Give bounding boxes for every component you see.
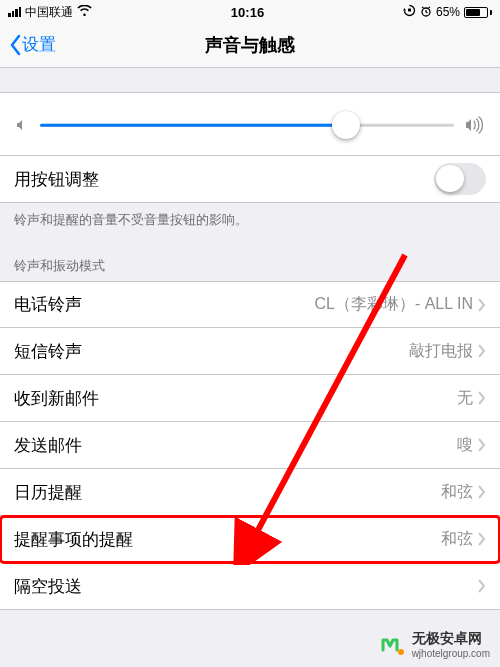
status-bar: 中国联通 10:16 65%	[0, 0, 500, 22]
chevron-right-icon	[477, 438, 486, 452]
label-calendar: 日历提醒	[14, 481, 82, 504]
row-calendar[interactable]: 日历提醒 和弦	[0, 469, 500, 516]
screen: 中国联通 10:16 65% 设置 声音与触感	[0, 0, 500, 667]
signal-icon	[8, 7, 21, 17]
page-title: 声音与触感	[0, 33, 500, 57]
value-calendar: 和弦	[82, 482, 477, 503]
svg-point-3	[398, 649, 404, 655]
row-use-buttons[interactable]: 用按钮调整	[0, 156, 500, 203]
svg-rect-0	[408, 9, 411, 12]
value-text-tone: 敲打电报	[82, 341, 477, 362]
row-reminders[interactable]: 提醒事项的提醒 和弦	[0, 516, 500, 563]
wifi-icon	[77, 5, 92, 19]
back-button[interactable]: 设置	[0, 33, 56, 56]
chevron-left-icon	[8, 34, 22, 56]
toggle-use-buttons[interactable]	[434, 163, 486, 195]
row-text-tone[interactable]: 短信铃声 敲打电报	[0, 328, 500, 375]
watermark-url: wjhotelgroup.com	[412, 648, 490, 659]
speaker-high-icon	[464, 116, 486, 134]
volume-section	[0, 92, 500, 156]
watermark: 无极安卓网 wjhotelgroup.com	[380, 630, 490, 659]
watermark-brand: 无极安卓网	[412, 630, 490, 648]
chevron-right-icon	[477, 344, 486, 358]
back-label: 设置	[22, 33, 56, 56]
nav-bar: 设置 声音与触感	[0, 22, 500, 68]
volume-slider[interactable]	[40, 111, 454, 139]
clock: 10:16	[231, 5, 264, 20]
footer-volume-note: 铃声和提醒的音量不受音量按钮的影响。	[0, 203, 500, 247]
chevron-right-icon	[477, 391, 486, 405]
label-sent-mail: 发送邮件	[14, 434, 82, 457]
row-airdrop[interactable]: 隔空投送	[0, 563, 500, 610]
label-ringtone: 电话铃声	[14, 293, 82, 316]
chevron-right-icon	[477, 485, 486, 499]
section-header-ringtones: 铃声和振动模式	[0, 247, 500, 281]
carrier-label: 中国联通	[25, 4, 73, 21]
value-new-mail: 无	[99, 388, 477, 409]
row-new-mail[interactable]: 收到新邮件 无	[0, 375, 500, 422]
row-ringtone[interactable]: 电话铃声 CL（李彩琳）- ALL IN	[0, 281, 500, 328]
row-sent-mail[interactable]: 发送邮件 嗖	[0, 422, 500, 469]
volume-fill	[40, 124, 346, 127]
speaker-low-icon	[14, 117, 30, 133]
chevron-right-icon	[477, 579, 486, 593]
battery-pct: 65%	[436, 5, 460, 19]
label-reminders: 提醒事项的提醒	[14, 528, 133, 551]
value-sent-mail: 嗖	[82, 435, 477, 456]
volume-thumb[interactable]	[332, 111, 360, 139]
value-ringtone: CL（李彩琳）- ALL IN	[82, 294, 477, 315]
chevron-right-icon	[477, 298, 486, 312]
watermark-logo-icon	[380, 632, 406, 658]
alarm-icon	[420, 5, 432, 20]
label-text-tone: 短信铃声	[14, 340, 82, 363]
value-reminders: 和弦	[133, 529, 477, 550]
label-new-mail: 收到新邮件	[14, 387, 99, 410]
chevron-right-icon	[477, 532, 486, 546]
battery-icon	[464, 7, 492, 18]
label-use-buttons: 用按钮调整	[14, 168, 99, 191]
orientation-lock-icon	[403, 4, 416, 20]
label-airdrop: 隔空投送	[14, 575, 82, 598]
